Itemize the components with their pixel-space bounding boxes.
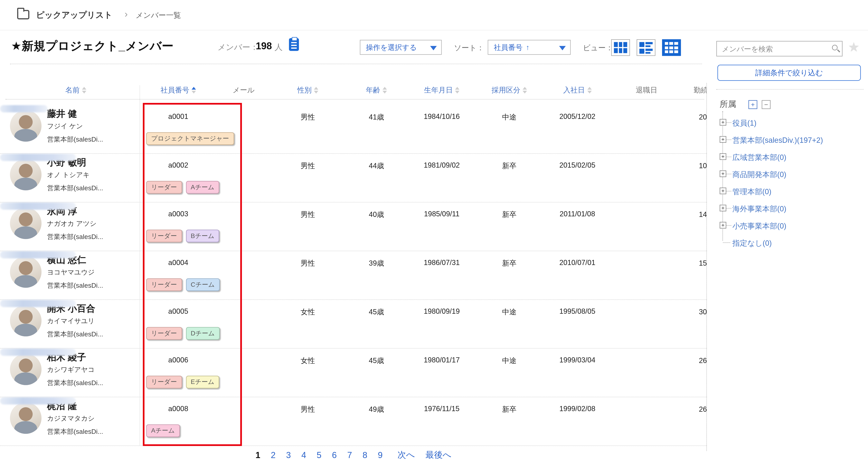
column-header-5[interactable]: 生年月日: [403, 85, 480, 95]
member-row[interactable]: 永岡 淳ナガオカ アツシ営業本部(salesDi...a0003男性40歳198…: [0, 202, 707, 251]
tree-expand-icon[interactable]: +: [720, 205, 726, 211]
tree-item[interactable]: 指定なし(0): [720, 235, 865, 252]
member-tags: リーダーCチーム: [146, 278, 220, 291]
member-name: 藤井 健: [47, 108, 77, 120]
cell-years: 14年: [664, 210, 707, 220]
cell-birth: 1976/11/15: [403, 404, 480, 413]
tree-expand-icon[interactable]: +: [720, 153, 726, 160]
cell-id: a0002: [145, 161, 212, 169]
member-department: 営業本部(salesDi...: [47, 378, 103, 388]
member-kana: ナガオカ アツシ: [47, 219, 97, 229]
tree-connector: [726, 191, 731, 192]
page-2[interactable]: 2: [271, 450, 276, 460]
column-header-0[interactable]: 名前: [42, 85, 109, 95]
member-kana: ヨコヤマユウジ: [47, 268, 95, 277]
caret-down-icon: [559, 46, 566, 50]
favorite-star-icon[interactable]: ★: [848, 40, 860, 55]
email-redacted: [0, 202, 76, 209]
member-count-label: メンバー：: [218, 42, 258, 53]
cell-hired: 2011/01/08: [538, 210, 616, 218]
column-header-2: メール: [216, 85, 271, 95]
cell-gender: 男性: [280, 161, 336, 171]
member-kana: オノ トシアキ: [47, 170, 90, 180]
sort-label: ソート：: [454, 43, 484, 53]
page-next-link[interactable]: 次へ: [398, 450, 415, 461]
expand-all-button[interactable]: +: [748, 100, 757, 109]
sort-select[interactable]: 社員番号 ↑: [488, 40, 571, 55]
cell-age: 45歳: [349, 307, 404, 317]
card-view-icon[interactable]: [637, 39, 655, 56]
cell-birth: 1980/01/17: [403, 356, 480, 364]
column-header-label: 入社日: [563, 85, 585, 95]
member-search-input[interactable]: [716, 41, 842, 57]
tree-item[interactable]: +海外事業本部(0): [720, 200, 865, 218]
action-select[interactable]: 操作を選択する: [360, 40, 442, 55]
tree-expand-icon[interactable]: +: [720, 136, 726, 143]
email-redacted: [0, 397, 76, 404]
page-6[interactable]: 6: [332, 450, 337, 460]
member-row[interactable]: 藤井 健フジイ ケン営業本部(salesDi...a0001男性41歳1984/…: [0, 105, 707, 154]
column-header-label: 年齢: [366, 85, 380, 95]
column-header-6[interactable]: 採用区分: [482, 85, 537, 95]
collapse-all-button[interactable]: −: [762, 100, 771, 109]
column-header-4[interactable]: 年齢: [349, 85, 404, 95]
grid-view-icon[interactable]: [611, 39, 630, 56]
column-header-3[interactable]: 性別: [280, 85, 336, 95]
breadcrumb-root[interactable]: ピックアップリスト: [36, 10, 113, 21]
page-9[interactable]: 9: [378, 450, 382, 460]
cell-years: 20年: [664, 112, 707, 123]
member-tags: リーダーAチーム: [146, 181, 219, 193]
tree-item[interactable]: +小売事業本部(0): [720, 218, 865, 235]
tag-badge: Eチーム: [186, 376, 219, 388]
tree-item-label: 役員(1): [732, 118, 756, 128]
tree-expand-icon[interactable]: +: [720, 188, 726, 194]
tree-item-label: 海外事業本部(0): [732, 204, 786, 214]
page-last-link[interactable]: 最後へ: [426, 450, 452, 461]
department-tree-title: 所属: [720, 99, 736, 109]
page-5[interactable]: 5: [317, 450, 321, 460]
tree-expand-icon[interactable]: +: [720, 222, 726, 229]
member-row[interactable]: 梶沼 隆カジヌマタカシ営業本部(salesDi...a0008男性49歳1976…: [0, 397, 707, 446]
tree-item[interactable]: +広域営業本部(0): [720, 149, 865, 166]
cell-years: 10年: [664, 161, 707, 171]
cell-years: 15年: [664, 258, 707, 268]
tree-expand-icon[interactable]: +: [720, 170, 726, 177]
page-7[interactable]: 7: [347, 450, 352, 460]
table-header-row: 名前社員番号メール性別年齢生年月日採用区分入社日退職日勤続年数: [0, 84, 707, 99]
email-redacted: [0, 251, 76, 258]
tag-badge: Aチーム: [146, 424, 180, 437]
tree-item[interactable]: +営業本部(salesDiv.)(197+2): [720, 132, 865, 149]
title-separator: [10, 64, 702, 64]
column-header-1[interactable]: 社員番号: [145, 85, 212, 95]
tree-item[interactable]: +管理本部(0): [720, 183, 865, 200]
member-row[interactable]: 横山 悠仁ヨコヤマユウジ営業本部(salesDi...a0004男性39歳198…: [0, 251, 707, 300]
tree-item[interactable]: +役員(1): [720, 114, 865, 132]
member-kana: カジヌマタカシ: [47, 414, 95, 423]
member-row[interactable]: 小野 敏明オノ トシアキ営業本部(salesDi...a0002男性44歳198…: [0, 154, 707, 202]
cell-hired: 1995/08/05: [538, 307, 616, 315]
tree-expand-icon[interactable]: +: [720, 119, 726, 126]
advanced-filter-button[interactable]: 詳細条件で絞り込む: [717, 65, 861, 80]
breadcrumb-bar: ピックアップリスト › メンバー一覧: [0, 0, 868, 30]
column-header-7[interactable]: 入社日: [538, 85, 616, 95]
email-redacted: [0, 154, 76, 161]
sort-arrows-icon: [314, 87, 318, 94]
search-icon[interactable]: [832, 45, 838, 50]
tree-connector: [726, 225, 731, 226]
page-8[interactable]: 8: [363, 450, 367, 460]
page-3[interactable]: 3: [286, 450, 291, 460]
tag-badge: リーダー: [146, 376, 182, 388]
table-view-icon-active[interactable]: [662, 39, 681, 56]
main-content: ★新規プロジェクト_メンバー メンバー： 198 人 操作を選択する ソート： …: [0, 30, 707, 462]
clipboard-icon[interactable]: [289, 38, 299, 51]
caret-down-icon: [430, 46, 437, 50]
sort-arrows-icon: [191, 87, 196, 94]
member-row[interactable]: 開米 小百合カイマイサユリ営業本部(salesDi...a0005女性45歳19…: [0, 300, 707, 349]
page-4[interactable]: 4: [302, 450, 306, 460]
cell-age: 40歳: [349, 210, 404, 220]
tree-item[interactable]: +商品開発本部(0): [720, 166, 865, 183]
cell-age: 44歳: [349, 161, 404, 171]
sort-arrows-icon: [455, 87, 460, 94]
member-department: 営業本部(salesDi...: [47, 135, 103, 144]
member-row[interactable]: 柏木 綾子カシワギアヤコ営業本部(salesDi...a0006女性45歳198…: [0, 349, 707, 397]
